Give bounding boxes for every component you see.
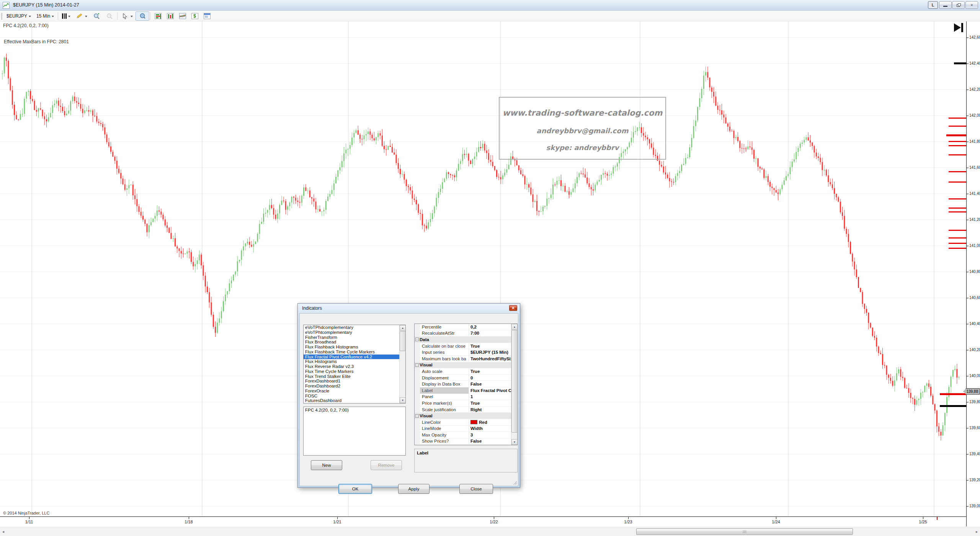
grid-scrollbar[interactable]: ▲ ▼ (511, 324, 517, 445)
property-row[interactable]: Percentile0,2 (415, 324, 511, 330)
chart-toolbar: $EURJPY 15 Min (0, 11, 980, 21)
indicator-list-item[interactable]: Flux Fractal Pivot Confluence v4.2 (304, 355, 399, 360)
property-row[interactable]: LabelFlux Fractal Pivot Conf (415, 387, 511, 394)
resize-grip-icon[interactable] (512, 480, 517, 485)
property-row[interactable]: Display in Data BoxFalse (415, 381, 511, 387)
price-tick (967, 194, 969, 194)
maxbars-label: Effective MaxBars in FPC: 2801 (4, 39, 69, 44)
close-window-button[interactable]: × (965, 1, 978, 9)
bars-panel-button[interactable] (164, 11, 176, 21)
indicator-list-item[interactable]: eVoTPhtcomplementary (304, 330, 399, 335)
property-row[interactable]: Price marker(s)True (415, 400, 511, 407)
indicator-level-line (949, 237, 966, 239)
drawing-tools-button[interactable] (73, 11, 90, 21)
collapse-icon[interactable]: − (415, 363, 419, 367)
collapse-icon[interactable]: − (415, 338, 419, 341)
property-row[interactable]: Maximum bars look baTwoHundredFiftySix (415, 356, 511, 362)
scroll-up-arrow-icon[interactable]: ▲ (400, 325, 406, 331)
list-scrollbar[interactable]: ▲ ▼ (399, 325, 405, 403)
indicator-list-item[interactable]: Flux Broadhead (304, 340, 399, 345)
property-row[interactable]: Scale justificationRight (415, 407, 511, 413)
indicator-list-item[interactable]: Flux Trend Stalker Elite (304, 374, 399, 379)
indicator-list-item[interactable]: ForexDashboard1 (304, 379, 399, 384)
indicator-list-item[interactable]: Flux Flashback Histograms (304, 345, 399, 350)
property-row[interactable]: LineModeWidth (415, 426, 511, 432)
toolbar-grip[interactable] (1, 13, 2, 20)
dialog-title: Indicators (302, 306, 322, 311)
indicator-list-item[interactable]: FuturesDashboard (304, 398, 399, 403)
scroll-left-arrow-icon[interactable]: ◂ (2, 529, 4, 535)
data-box-icon (139, 12, 146, 20)
price-tick (967, 168, 969, 168)
price-tick-label: 141,00 (969, 243, 980, 248)
ok-button[interactable]: OK (338, 484, 372, 494)
scrollbar-thumb[interactable] (636, 528, 853, 535)
property-row[interactable]: Show Prices?False (415, 438, 511, 445)
apply-button[interactable]: Apply (398, 484, 430, 494)
indicator-list-item[interactable]: ForexOracle (304, 389, 399, 394)
scroll-right-arrow-icon[interactable]: ▸ (976, 529, 978, 535)
minimize-icon (943, 6, 947, 7)
watermark-email: andreybbrv@gmail.com (500, 127, 665, 135)
toolbar-separator (117, 12, 118, 20)
interval-selector[interactable]: 15 Min (34, 11, 57, 21)
data-box-button[interactable] (136, 11, 149, 21)
lock-window-button[interactable]: L (928, 1, 938, 9)
property-row[interactable]: RecalculateAtStr7:00 (415, 330, 511, 337)
collapse-icon[interactable]: − (415, 414, 419, 418)
zoom-out-button[interactable] (103, 11, 116, 21)
property-grid[interactable]: Percentile0,2RecalculateAtStr7:00−DataCa… (414, 324, 518, 445)
indicator-list-item[interactable]: Flux Histograms (304, 359, 399, 364)
dollar-button[interactable]: $ (189, 11, 201, 21)
indicator-list-item[interactable]: FOSC (304, 394, 399, 399)
price-tick-label: 142,40 (969, 61, 980, 65)
indicator-list-item[interactable]: ForexDashboard2 (304, 384, 399, 389)
time-tick-label: 1/11 (25, 520, 33, 524)
minimize-button[interactable] (939, 1, 952, 9)
configured-indicator-item[interactable]: FPC 4.2(20, 0,2, 7:00) (304, 407, 405, 412)
property-row[interactable]: Displacement0 (415, 375, 511, 381)
scroll-down-arrow-icon[interactable]: ▼ (511, 439, 518, 445)
horizontal-scrollbar[interactable]: ◂ ▸ (0, 527, 980, 536)
price-tick (967, 480, 969, 480)
chart-trader-button[interactable] (152, 11, 164, 21)
property-category-row[interactable]: −Data (415, 337, 511, 343)
restore-button[interactable] (952, 1, 965, 9)
property-row[interactable]: LineColorRed (415, 419, 511, 426)
go-to-last-bar-icon[interactable] (953, 22, 965, 36)
close-button[interactable]: Close (459, 484, 493, 494)
configured-indicators-box[interactable]: FPC 4.2(20, 0,2, 7:00) (303, 407, 406, 456)
cursor-button[interactable] (119, 11, 136, 21)
properties-button[interactable] (201, 11, 213, 21)
dialog-close-button[interactable]: ✕ (509, 305, 517, 311)
time-tick (494, 517, 494, 519)
property-row[interactable]: Auto scaleTrue (415, 368, 511, 375)
indicator-list[interactable]: eVoTPhdcomplementaryeVoTPhtcomplementary… (303, 325, 406, 404)
chart-window-icon (3, 2, 10, 9)
scroll-up-arrow-icon[interactable]: ▲ (511, 324, 518, 330)
remove-button: Remove (371, 460, 402, 470)
property-row[interactable]: Input series$EURJPY (15 Min) (415, 349, 511, 356)
grid-scrollbar-thumb[interactable] (511, 330, 518, 433)
new-button[interactable]: New (311, 460, 342, 470)
indicator-list-item[interactable]: Flux Flashback Time Cycle Markers (304, 350, 399, 355)
indicator-list-item[interactable]: eVoTPhdcomplementary (304, 325, 399, 330)
property-row[interactable]: Max Opacity3 (415, 432, 511, 438)
regions-button[interactable] (176, 11, 189, 21)
indicator-list-item[interactable]: Flux Reverse Radar v2.3 (304, 364, 399, 369)
property-category-row[interactable]: −Visual (415, 362, 511, 369)
zoom-in-button[interactable] (90, 11, 103, 21)
indicator-list-item[interactable]: Flux Time Cycle Markers (304, 369, 399, 374)
property-row[interactable]: Panel1 (415, 394, 511, 400)
list-scrollbar-thumb[interactable] (400, 331, 406, 351)
line-chart-icon (179, 13, 186, 19)
property-row[interactable]: Calculate on bar closeTrue (415, 343, 511, 350)
scroll-down-arrow-icon[interactable]: ▼ (400, 397, 406, 403)
indicator-list-item[interactable]: FisherTransform (304, 335, 399, 340)
property-category-row[interactable]: −Visual (415, 413, 511, 419)
instrument-selector[interactable]: $EURJPY (4, 11, 34, 21)
price-tick-label: 140,20 (969, 348, 980, 352)
bar-type-button[interactable] (59, 11, 73, 21)
time-tick-label: 1/21 (333, 520, 341, 524)
indicator-level-line (949, 145, 966, 146)
